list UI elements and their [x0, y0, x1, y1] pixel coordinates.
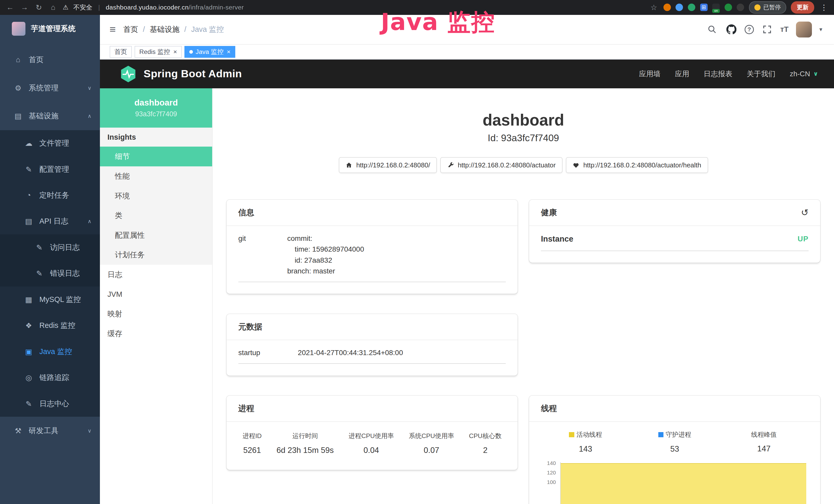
search-icon[interactable] — [706, 24, 718, 36]
health-url-button[interactable]: http://192.168.0.2:48080/actuator/health — [566, 157, 708, 173]
sidebar-item-api-log[interactable]: ▤API 日志∧ — [0, 208, 100, 234]
tag-redis-monitor[interactable]: Redis 监控× — [135, 46, 182, 58]
reload-icon[interactable]: ↻ — [34, 3, 43, 12]
sba-menu-configprops[interactable]: 配置属性 — [100, 225, 212, 245]
extension-switch-icon[interactable]: on — [712, 4, 720, 11]
git-branch: branch: master — [287, 267, 506, 275]
extension-dark-icon[interactable] — [737, 4, 744, 11]
sba-content: dashboard Id: 93a3fc7f7409 http://192.16… — [213, 88, 834, 504]
metric-value: 6d 23h 15m 59s — [277, 446, 334, 455]
active-dot-icon — [189, 50, 193, 54]
security-warning-icon[interactable]: ⚠ — [63, 4, 68, 11]
fullscreen-icon[interactable] — [761, 24, 773, 36]
sidebar-item-log-center[interactable]: ✎日志中心 — [0, 391, 100, 417]
sidebar-item-access-log[interactable]: ✎访问日志 — [0, 234, 100, 260]
extension-orange-icon[interactable] — [663, 4, 671, 11]
sba-menu-caches[interactable]: 缓存 — [100, 324, 212, 344]
health-key: Instance — [541, 234, 573, 244]
forward-icon[interactable]: → — [20, 3, 29, 12]
sba-brand-title[interactable]: Spring Boot Admin — [144, 68, 242, 80]
git-commit-id: id: 27aa832 — [287, 256, 506, 265]
sidebar-label-trace: 链路追踪 — [39, 372, 69, 383]
sidebar-item-java-monitor[interactable]: ▣Java 监控 — [0, 339, 100, 365]
sidebar-label-system: 系统管理 — [29, 83, 59, 93]
extension-leaf-icon[interactable] — [725, 4, 732, 11]
breadcrumb-current: Java 监控 — [191, 24, 224, 35]
service-url-button[interactable]: http://192.168.0.2:48080/ — [339, 157, 437, 173]
breadcrumb: 首页 / 基础设施 / Java 监控 — [123, 24, 224, 35]
sidebar-item-home[interactable]: ⌂首页 — [0, 46, 100, 74]
spring-boot-admin-logo — [119, 65, 137, 83]
sba-menu-mappings[interactable]: 映射 — [100, 304, 212, 324]
app-logo[interactable]: 芋道管理系统 — [0, 15, 100, 43]
sba-menu-logs[interactable]: 日志 — [100, 265, 212, 284]
sidebar-label-mysql: MySQL 监控 — [39, 295, 81, 305]
sba-menu-details[interactable]: 细节 — [100, 146, 212, 166]
sba-nav-journal[interactable]: 日志报表 — [704, 69, 732, 79]
sidebar-item-mysql-monitor[interactable]: ▦MySQL 监控 — [0, 287, 100, 313]
github-icon[interactable] — [726, 24, 738, 36]
back-icon[interactable]: ← — [5, 3, 15, 12]
security-label[interactable]: 不安全 — [73, 3, 92, 12]
emoji-face-icon — [754, 4, 761, 11]
sidebar-item-redis-monitor[interactable]: ❖Redis 监控 — [0, 313, 100, 339]
sidebar-item-file-manage[interactable]: ☁文件管理 — [0, 130, 100, 156]
extension-green-circle-icon[interactable] — [688, 4, 695, 11]
extension-drop-icon[interactable] — [676, 4, 683, 11]
avatar-caret-icon[interactable]: ▾ — [819, 26, 822, 33]
breadcrumb-section[interactable]: 基础设施 — [150, 24, 179, 35]
edit-icon: ✎ — [22, 165, 35, 174]
timer-icon: ◔ — [22, 191, 35, 200]
sidebar-item-trace[interactable]: ◎链路追踪 — [0, 365, 100, 391]
sidebar-item-infra[interactable]: ▤基础设施∧ — [0, 102, 100, 131]
browser-home-icon[interactable]: ⌂ — [48, 3, 58, 12]
sba-nav-wallboard[interactable]: 应用墙 — [639, 69, 661, 79]
update-button[interactable]: 更新 — [791, 1, 814, 14]
actuator-url-button[interactable]: http://192.168.0.2:48080/actuator — [440, 157, 563, 173]
sba-menu-scheduledtasks[interactable]: 计划任务 — [100, 245, 212, 265]
tag-label: Java 监控 — [195, 47, 223, 56]
font-size-icon[interactable]: тT — [780, 25, 789, 33]
sba-group-label: Insights — [100, 128, 212, 146]
close-icon[interactable]: × — [227, 48, 231, 55]
sidebar-item-scheduled-job[interactable]: ◔定时任务 — [0, 182, 100, 208]
close-icon[interactable]: × — [173, 48, 177, 55]
sba-nav-about[interactable]: 关于我们 — [747, 69, 775, 79]
extension-grid-icon[interactable]: ⊞ — [700, 4, 708, 11]
sidebar-item-dev-tools[interactable]: ⚒研发工具∨ — [0, 417, 100, 445]
metric-label: 系统CPU使用率 — [409, 432, 454, 440]
metadata-card-header: 元数据 — [226, 314, 518, 340]
home-icon: ⌂ — [12, 55, 25, 64]
hamburger-icon[interactable]: ≡ — [110, 23, 116, 36]
sba-menu-environment[interactable]: 环境 — [100, 186, 212, 206]
sba-menu-classes[interactable]: 类 — [100, 206, 212, 225]
user-avatar[interactable] — [796, 22, 812, 38]
help-icon[interactable]: ? — [745, 25, 753, 34]
browser-menu-icon[interactable]: ⋮ — [819, 3, 829, 12]
sba-nav-applications[interactable]: 应用 — [675, 69, 689, 79]
paused-badge[interactable]: 已暂停 — [749, 1, 786, 13]
metric-value: 5261 — [242, 446, 262, 455]
bookmark-star-icon[interactable]: ☆ — [649, 3, 659, 12]
paused-badge-label: 已暂停 — [763, 3, 781, 11]
history-icon[interactable]: ↺ — [801, 207, 808, 218]
detail-cards: 信息 git commit: time: 1596289704000 id: 2… — [226, 200, 820, 504]
sba-instance-header[interactable]: dashboard 93a3fc7f7409 — [100, 88, 212, 128]
process-metrics: 进程ID5261 运行时间6d 23h 15m 59s 进程CPU使用率0.04… — [238, 430, 506, 458]
sba-menu-jvm[interactable]: JVM — [100, 284, 212, 304]
instance-subtitle: Id: 93a3fc7f7409 — [213, 133, 834, 143]
infrastructure-icon: ▤ — [12, 112, 25, 120]
sidebar-item-error-log[interactable]: ✎错误日志 — [0, 260, 100, 287]
tag-java-monitor[interactable]: Java 监控× — [184, 46, 235, 58]
sba-locale-select[interactable]: zh-CN∨ — [790, 70, 818, 78]
sidebar-item-config-manage[interactable]: ✎配置管理 — [0, 156, 100, 182]
sidebar-label-access-log: 访问日志 — [50, 243, 80, 253]
address-url[interactable]: dashboard.yudao.iocoder.cn/infra/admin-s… — [106, 4, 244, 11]
tag-home[interactable]: 首页 — [110, 46, 132, 58]
breadcrumb-home[interactable]: 首页 — [123, 24, 138, 35]
sidebar-item-system[interactable]: ⚙系统管理∨ — [0, 74, 100, 102]
metric-label: CPU核心数 — [469, 432, 502, 440]
sba-menu-metrics[interactable]: 性能 — [100, 166, 212, 186]
process-metric: 系统CPU使用率0.07 — [409, 432, 454, 455]
legend-value: 147 — [719, 444, 808, 453]
